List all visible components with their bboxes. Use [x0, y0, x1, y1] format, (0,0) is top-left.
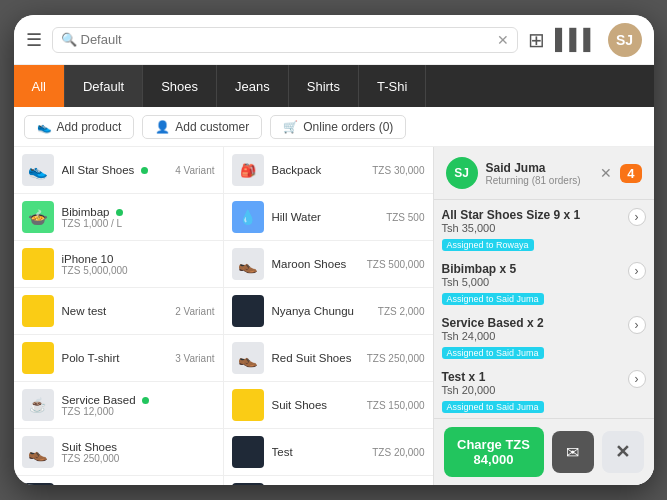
product-info: Test: [272, 446, 365, 458]
order-item-row: All Star Shoes Size 9 x 1 Tsh 35,000 Ass…: [442, 208, 646, 252]
add-product-button[interactable]: 👟 Add product: [24, 115, 135, 139]
clear-search-icon[interactable]: ✕: [497, 32, 509, 48]
product-info: New test: [62, 305, 168, 317]
order-item-name: Bibimbap x 5: [442, 262, 544, 276]
online-orders-button[interactable]: 🛒 Online orders (0): [270, 115, 406, 139]
product-variant: 3 Variant: [175, 353, 214, 364]
qty-increment-button[interactable]: ›: [628, 316, 646, 334]
customer-subtitle: Returning (81 orders): [486, 175, 593, 186]
list-item[interactable]: iPhone 10 TZS 5,000,000: [14, 241, 223, 288]
list-item[interactable]: 👞 Maroon Shoes TZS 500,000: [224, 241, 433, 288]
product-name: Backpack: [272, 164, 365, 176]
product-price: TZS 250,000: [367, 353, 425, 364]
charge-button[interactable]: Charge TZS 84,000: [444, 427, 544, 477]
product-name: Bibimbap: [62, 206, 215, 218]
product-col-left: 👟 All Star Shoes 4 Variant 🍲 Bibimbap TZ…: [14, 147, 224, 485]
product-info: Service Based TZS 12,000: [62, 394, 215, 417]
list-item[interactable]: ☕ Service Based TZS 12,000: [14, 382, 223, 429]
list-item[interactable]: 👞 Suit Shoes TZS 250,000: [14, 429, 223, 476]
order-item: Bibimbap x 5 Tsh 5,000 Assigned to Said …: [442, 262, 646, 306]
add-product-label: Add product: [57, 120, 122, 134]
list-item[interactable]: Test TZS 20,000: [14, 476, 223, 485]
action-row: 👟 Add product 👤 Add customer 🛒 Online or…: [14, 107, 654, 147]
cart-icon: 🛒: [283, 120, 298, 134]
order-item-price: Tsh 20,000: [442, 384, 544, 396]
tab-all[interactable]: All: [14, 65, 65, 107]
product-price: TZS 12,000: [62, 406, 215, 417]
product-name: Test: [272, 446, 365, 458]
cancel-button[interactable]: ✕: [602, 431, 644, 473]
list-item[interactable]: 🎒 Backpack TZS 30,000: [224, 147, 433, 194]
order-item-row: Service Based x 2 Tsh 24,000 Assigned to…: [442, 316, 646, 360]
product-info: Suit Shoes TZS 250,000: [62, 441, 215, 464]
product-list: 👟 All Star Shoes 4 Variant 🍲 Bibimbap TZ…: [14, 147, 434, 485]
search-input[interactable]: [81, 32, 497, 47]
add-customer-label: Add customer: [175, 120, 249, 134]
order-item-info: All Star Shoes Size 9 x 1 Tsh 35,000 Ass…: [442, 208, 581, 252]
order-item: All Star Shoes Size 9 x 1 Tsh 35,000 Ass…: [442, 208, 646, 252]
product-name: New test: [62, 305, 168, 317]
product-price: TZS 1,000 / L: [62, 218, 215, 229]
product-name: All Star Shoes: [62, 164, 168, 176]
product-info: Red Suit Shoes: [272, 352, 359, 364]
product-name: Red Suit Shoes: [272, 352, 359, 364]
tab-shoes[interactable]: Shoes: [143, 65, 217, 107]
customer-info: Said Juma Returning (81 orders): [486, 161, 593, 186]
customer-header: SJ Said Juma Returning (81 orders) ✕ 4: [434, 147, 654, 200]
order-item-info: Service Based x 2 Tsh 24,000 Assigned to…: [442, 316, 544, 360]
product-name: Suit Shoes: [62, 441, 215, 453]
cart-badge: 4: [620, 164, 641, 183]
list-item[interactable]: Polo T-shirt 3 Variant: [14, 335, 223, 382]
avatar[interactable]: SJ: [608, 23, 642, 57]
order-item: Test x 1 Tsh 20,000 Assigned to Said Jum…: [442, 370, 646, 414]
qty-increment-button[interactable]: ›: [628, 208, 646, 226]
header: ☰ 🔍 ✕ ⊞ ▌▌▌ SJ: [14, 15, 654, 65]
product-name: Nyanya Chungu: [272, 305, 370, 317]
bottom-bar: Charge TZS 84,000 ✉ ✕: [434, 418, 654, 485]
order-item-name: Test x 1: [442, 370, 544, 384]
order-item-name: Service Based x 2: [442, 316, 544, 330]
list-item[interactable]: Suit Shoes TZS 150,000: [224, 382, 433, 429]
list-item[interactable]: 👟 All Star Shoes 4 Variant: [14, 147, 223, 194]
close-customer-icon[interactable]: ✕: [600, 165, 612, 181]
customer-avatar: SJ: [446, 157, 478, 189]
qty-increment-button[interactable]: ›: [628, 370, 646, 388]
online-orders-label: Online orders (0): [303, 120, 393, 134]
order-item-price: Tsh 5,000: [442, 276, 544, 288]
list-item[interactable]: 💧 Hill Water TZS 500: [224, 194, 433, 241]
product-price: TZS 500: [386, 212, 424, 223]
list-item[interactable]: 🍲 Bibimbap TZS 1,000 / L: [14, 194, 223, 241]
product-price: TZS 30,000: [372, 165, 424, 176]
barcode-icon[interactable]: ▌▌▌: [555, 28, 598, 51]
product-info: Suit Shoes: [272, 399, 359, 411]
order-item-name: All Star Shoes Size 9 x 1: [442, 208, 581, 222]
order-item-tag: Assigned to Said Juma: [442, 401, 544, 413]
main-content: 👟 All Star Shoes 4 Variant 🍲 Bibimbap TZ…: [14, 147, 654, 485]
product-name: iPhone 10: [62, 253, 215, 265]
qty-increment-button[interactable]: ›: [628, 262, 646, 280]
product-info: Bibimbap TZS 1,000 / L: [62, 206, 215, 229]
order-item-info: Test x 1 Tsh 20,000 Assigned to Said Jum…: [442, 370, 544, 414]
tab-jeans[interactable]: Jeans: [217, 65, 289, 107]
list-item[interactable]: 👞 Red Suit Shoes TZS 250,000: [224, 335, 433, 382]
list-item[interactable]: New test 2 Variant: [14, 288, 223, 335]
tab-shirts[interactable]: Shirts: [289, 65, 359, 107]
product-col-right: 🎒 Backpack TZS 30,000 💧 Hill Water TZS 5…: [224, 147, 433, 485]
hamburger-icon[interactable]: ☰: [26, 29, 42, 51]
product-name: Maroon Shoes: [272, 258, 359, 270]
product-variant: 4 Variant: [175, 165, 214, 176]
add-customer-button[interactable]: 👤 Add customer: [142, 115, 262, 139]
customer-name: Said Juma: [486, 161, 593, 175]
email-button[interactable]: ✉: [552, 431, 594, 473]
product-columns: 👟 All Star Shoes 4 Variant 🍲 Bibimbap TZ…: [14, 147, 433, 485]
list-item[interactable]: Test TZS 20,000: [224, 429, 433, 476]
cancel-icon: ✕: [615, 441, 630, 463]
shoe-icon: 👟: [37, 120, 52, 134]
grid-icon[interactable]: ⊞: [528, 28, 545, 52]
tab-tshi[interactable]: T-Shi: [359, 65, 426, 107]
order-item-row: Bibimbap x 5 Tsh 5,000 Assigned to Said …: [442, 262, 646, 306]
product-price: TZS 5,000,000: [62, 265, 215, 276]
list-item[interactable]: Test TZS 20,000: [224, 476, 433, 485]
tab-default[interactable]: Default: [65, 65, 143, 107]
list-item[interactable]: Nyanya Chungu TZS 2,000: [224, 288, 433, 335]
